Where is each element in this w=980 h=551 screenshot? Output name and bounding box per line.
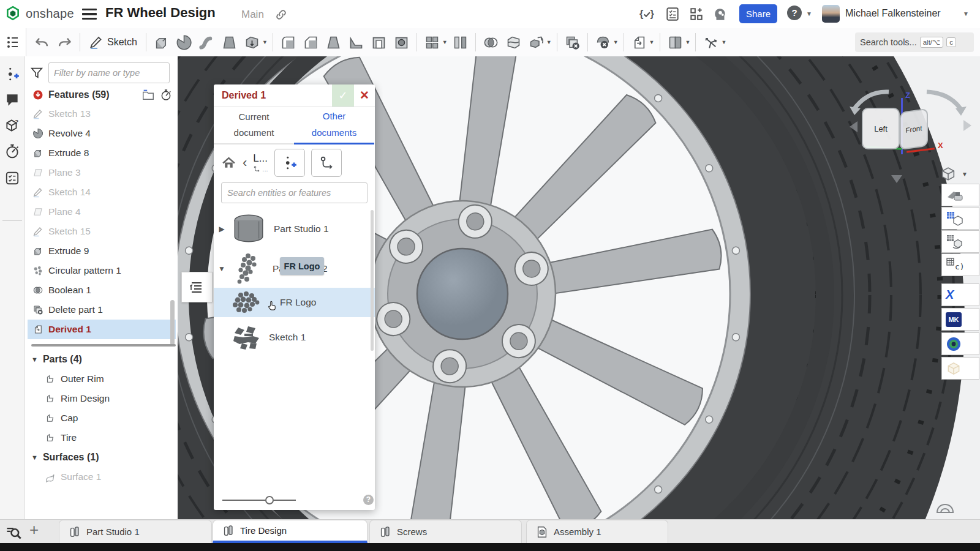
document-breadcrumb[interactable]: L... ... [253,153,268,173]
custom-tool-section-button[interactable] [941,184,979,206]
extrude-icon[interactable] [153,34,170,51]
version-graph-button[interactable] [311,149,342,177]
feature-item[interactable]: Plane 3 [28,163,176,182]
home-icon[interactable] [221,156,236,171]
search-tabs-icon[interactable] [5,523,22,541]
feature-item[interactable]: Sketch 14 [28,182,176,202]
tab-tire-design[interactable]: Tire Design [213,520,368,543]
part-item[interactable]: Outer Rim [45,373,104,384]
onshape-logo[interactable]: onshape [5,6,74,21]
custom-app-globe-button[interactable] [941,332,979,355]
share-button[interactable]: Share [739,4,777,23]
feature-history-icon[interactable] [160,89,172,101]
insert-feature-button[interactable] [274,149,305,177]
custom-app-mk-button[interactable]: MK [941,308,979,331]
rollback-end-icon[interactable] [32,89,43,100]
panel-collapse-button[interactable] [181,272,213,302]
rotate-left-arrow-icon[interactable] [850,121,858,132]
tab-current-document[interactable]: Current document [214,107,294,144]
feature-item-selected[interactable]: Derived 1 [28,320,176,339]
chamfer-icon[interactable] [303,34,319,51]
thicken-caret-icon[interactable]: ▼ [262,39,268,45]
release-notes-icon[interactable] [4,170,20,186]
feature-item[interactable]: Sketch 13 [28,104,176,124]
expand-chevron-icon[interactable]: ▶ [214,225,230,233]
main-menu-icon[interactable] [82,9,97,20]
linear-pattern-icon[interactable] [424,34,440,51]
feature-list-toggle-button[interactable] [0,28,26,56]
surface-caret-icon[interactable]: ▼ [685,39,691,45]
part-item[interactable]: Rim Design [45,393,110,404]
custom-tool-transform-button[interactable] [941,230,979,253]
split-icon[interactable] [505,34,522,51]
tree-item-part-studio-2[interactable]: ▼ Part Studio 2 FR Logo [214,250,375,288]
tree-item-fr-logo[interactable]: FR Logo [214,288,375,317]
new-folder-icon[interactable] [141,88,155,102]
mate-connector-caret-icon[interactable]: ▼ [721,39,726,45]
pattern-caret-icon[interactable]: ▼ [442,39,448,45]
feature-item[interactable]: Revolve 4 [28,124,176,143]
tree-item-part-studio-1[interactable]: ▶ Part Studio 1 [214,210,375,248]
part-item[interactable]: Cap [45,413,78,424]
dialog-accept-button[interactable]: ✓ [332,84,354,107]
search-tools-button[interactable]: Search tools... alt/⌥ c [855,32,974,52]
delete-part-icon[interactable] [564,34,581,51]
view-options-caret-icon[interactable]: ▼ [962,171,968,178]
dialog-help-icon[interactable]: ? [363,495,374,505]
surfaces-section-header[interactable]: ▼ Surfaces (1) [31,452,99,463]
comments-icon[interactable] [4,92,20,108]
feature-item[interactable]: Sketch 15 [28,222,176,241]
tab-other-documents[interactable]: Other documents [294,107,374,144]
sweep-icon[interactable] [198,34,215,51]
features-scrollbar[interactable] [170,300,175,345]
help-caret-icon[interactable]: ▼ [806,10,812,17]
custom-tool-script-button[interactable]: c) [941,253,979,276]
dialog-close-button[interactable]: ✕ [354,84,375,107]
new-tab-button[interactable]: + [29,522,39,537]
apps-grid-icon[interactable] [688,6,704,22]
tree-item-sketch-1[interactable]: Sketch 1 [214,320,375,355]
feature-item[interactable]: Extrude 8 [28,143,176,163]
transform-icon[interactable] [528,34,545,51]
dialog-scrollbar[interactable] [371,210,374,351]
rotate-down-arrow-icon[interactable] [891,175,902,183]
part-query-icon[interactable] [4,118,20,133]
back-chevron-icon[interactable]: ‹ [243,155,247,171]
feature-item[interactable]: Boolean 1 [28,280,176,300]
help-button[interactable]: ? [787,6,802,20]
sketch-button[interactable]: Sketch [89,35,137,50]
rib-icon[interactable] [348,34,364,51]
shell-icon[interactable] [371,34,387,51]
boolean-icon[interactable] [483,34,499,51]
delete-face-icon[interactable] [595,34,611,51]
release-checklist-icon[interactable] [665,6,680,22]
tab-screws[interactable]: Screws [369,520,522,543]
user-name[interactable]: Michael Falkensteiner [845,8,941,19]
derived-tool-icon[interactable] [631,34,647,51]
insert-version-icon[interactable] [4,66,20,82]
fillet-icon[interactable] [280,34,296,51]
thicken-icon[interactable] [244,34,260,51]
parts-section-header[interactable]: ▼ Parts (4) [31,354,82,365]
mate-connector-icon[interactable] [703,34,719,51]
custom-app-x-button[interactable]: X [941,283,979,306]
custom-tool-mesh-button[interactable] [941,207,979,230]
view-cube-front-face[interactable]: Front [900,108,928,150]
derived-caret-icon[interactable]: ▼ [649,39,655,45]
user-menu-caret-icon[interactable]: ▼ [963,10,969,17]
feature-item[interactable]: Plane 4 [28,202,176,222]
featurescript-check-icon[interactable] [639,6,655,22]
undo-icon[interactable] [34,34,50,51]
filter-icon[interactable] [30,66,43,80]
share-link-icon[interactable] [274,8,288,21]
workspace-name[interactable]: Main [241,9,264,21]
hole-icon[interactable] [393,34,410,51]
delete-face-caret-icon[interactable]: ▼ [613,39,619,45]
rotate-right-arrow-icon[interactable] [963,120,971,131]
transform-caret-icon[interactable]: ▼ [546,39,552,45]
entity-search-input[interactable] [221,182,368,203]
feature-item[interactable]: Circular pattern 1 [28,261,176,280]
part-item[interactable]: Tire [45,432,77,443]
user-avatar[interactable] [822,5,840,23]
thumbnail-size-slider[interactable] [222,496,296,504]
